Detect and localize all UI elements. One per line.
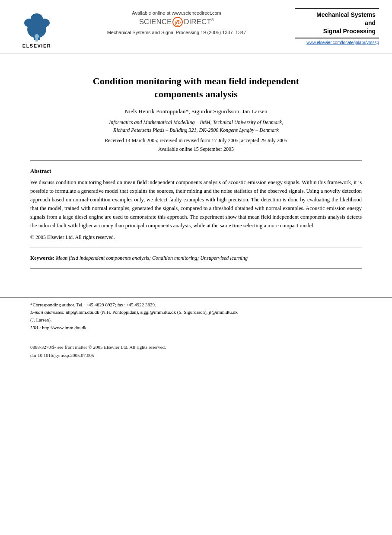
paper-title: Condition monitoring with mean field ind… xyxy=(30,75,362,100)
abstract-title: Abstract xyxy=(30,168,362,175)
url-value: http://www.imm.dtu.dk. xyxy=(42,325,88,330)
at-circle-icon: @ xyxy=(172,17,183,27)
keywords-line: Keywords: Mean field independent compone… xyxy=(30,255,362,261)
authors: Niels Henrik Pontoppidan*, Sigurdur Sigu… xyxy=(30,108,362,115)
email-addresses: nhp@imm.dtu.dk (N.H. Pontoppidan), siggi… xyxy=(66,309,238,315)
section-divider-top xyxy=(30,160,362,161)
elsevier-logo: ELSEVIER xyxy=(13,8,61,48)
dates-line1: Received 14 March 2005; received in revi… xyxy=(105,137,287,143)
keywords-text: Mean field independent components analys… xyxy=(56,255,248,261)
journal-citation-line: Mechanical Systems and Signal Processing… xyxy=(107,30,246,35)
elsevier-label: ELSEVIER xyxy=(22,43,51,48)
sciencedirect-logo: SCIENCE @ DIRECT® xyxy=(139,17,214,27)
affiliation-line1: Informatics and Mathematical Modelling –… xyxy=(109,119,283,125)
main-content: Condition monitoring with mean field ind… xyxy=(0,54,392,284)
svg-point-4 xyxy=(31,13,43,24)
copyright-line: © 2005 Elsevier Ltd. All rights reserved… xyxy=(30,234,362,241)
header: ELSEVIER Available online at www.science… xyxy=(0,0,392,54)
header-center: Available online at www.sciencedirect.co… xyxy=(61,8,293,35)
journal-url-link[interactable]: www.elsevier.com/locate/jnlabr/ymssp xyxy=(306,40,379,45)
affiliation: Informatics and Mathematical Modelling –… xyxy=(30,118,362,134)
doi-line: doi:10.1016/j.ymssp.2005.07.005 xyxy=(30,351,362,360)
abstract-section: Abstract We discuss condition monitoring… xyxy=(30,168,362,241)
page-footer: 0888-3270/$- see front matter © 2005 Els… xyxy=(0,336,392,359)
science-text: SCIENCE xyxy=(139,18,172,26)
journal-title-box: Mechanical SystemsandSignal Processing xyxy=(295,8,379,38)
direct-text: DIRECT® xyxy=(184,18,214,26)
section-divider-keywords xyxy=(30,248,362,248)
dates: Received 14 March 2005; received in revi… xyxy=(30,137,362,153)
journal-box-title: Mechanical SystemsandSignal Processing xyxy=(298,11,376,35)
email-note: E-mail addresses: nhp@imm.dtu.dk (N.H. P… xyxy=(30,309,362,316)
abstract-text: We discuss condition monitoring based on… xyxy=(30,178,362,230)
affiliation-line2: Richard Petersens Plads – Building 321, … xyxy=(113,127,279,133)
dates-line2: Available online 15 September 2005 xyxy=(158,146,234,152)
email-cont-note: (J. Larsen). xyxy=(30,316,362,324)
elsevier-tree-icon xyxy=(21,8,53,42)
url-note: URL: http://www.imm.dtu.dk. xyxy=(30,324,362,332)
page: ELSEVIER Available online at www.science… xyxy=(0,0,392,535)
url-label: URL: xyxy=(30,325,41,330)
corresponding-author-note: *Corresponding author. Tel.: +45 4829 89… xyxy=(30,301,362,309)
header-right: Mechanical SystemsandSignal Processing w… xyxy=(293,8,379,45)
issn-line: 0888-3270/$- see front matter © 2005 Els… xyxy=(30,343,362,351)
footer-notes: *Corresponding author. Tel.: +45 4829 89… xyxy=(0,297,392,331)
svg-rect-6 xyxy=(35,38,38,41)
email-label: E-mail addresses: xyxy=(30,309,64,315)
svg-point-5 xyxy=(35,34,39,38)
section-divider-bottom xyxy=(30,268,362,269)
available-online-text: Available online at www.sciencedirect.co… xyxy=(132,10,221,16)
keywords-label: Keywords: xyxy=(30,255,54,261)
